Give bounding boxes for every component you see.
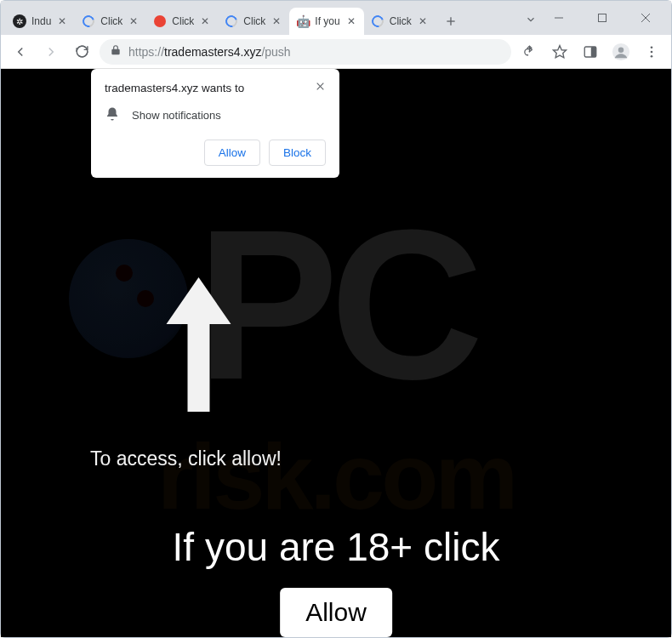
- tab-title: Click: [100, 15, 122, 27]
- tab-1[interactable]: Click ✕: [75, 8, 146, 35]
- svg-point-10: [618, 47, 624, 52]
- arrow-up-icon: [162, 277, 235, 417]
- age-gate-text: If you are 18+ click: [1, 524, 671, 570]
- svg-point-12: [651, 50, 653, 53]
- svg-point-11: [651, 46, 653, 48]
- url-host: trademasters4.xyz: [164, 45, 261, 59]
- minimize-button[interactable]: [539, 5, 578, 31]
- movie-icon: ✲: [13, 14, 26, 28]
- tab-overflow-button[interactable]: [522, 8, 539, 31]
- close-icon[interactable]: ✕: [128, 15, 140, 27]
- recaptcha-icon: [225, 14, 238, 28]
- bell-icon: [105, 106, 120, 124]
- url-path: /push: [261, 45, 290, 59]
- permission-allow-button[interactable]: Allow: [204, 140, 260, 166]
- new-tab-button[interactable]: [439, 9, 463, 33]
- recaptcha-icon: [371, 14, 384, 28]
- close-window-button[interactable]: [626, 5, 664, 31]
- tab-0[interactable]: ✲ Indu ✕: [6, 8, 75, 35]
- address-bar[interactable]: https://trademasters4.xyz/push: [100, 39, 511, 65]
- bookmark-button[interactable]: [547, 39, 572, 65]
- svg-rect-3: [598, 14, 606, 22]
- forward-button[interactable]: [38, 39, 64, 65]
- menu-button[interactable]: [639, 39, 664, 65]
- tab-5[interactable]: Click ✕: [364, 8, 436, 35]
- browser-window: ✲ Indu ✕ Click ✕ Click ✕ Click ✕ 🤖 If yo…: [0, 0, 672, 638]
- toolbar: https://trademasters4.xyz/push: [1, 35, 671, 69]
- side-panel-button[interactable]: [578, 39, 603, 65]
- tab-4-active[interactable]: 🤖 If you ✕: [289, 8, 363, 35]
- url-text: https://trademasters4.xyz/push: [128, 45, 291, 59]
- tab-title: Indu: [31, 15, 51, 27]
- tab-strip: ✲ Indu ✕ Click ✕ Click ✕ Click ✕ 🤖 If yo…: [1, 1, 671, 35]
- window-controls: [539, 1, 671, 35]
- tab-title: Click: [390, 15, 412, 27]
- recaptcha-icon: [82, 14, 95, 28]
- tab-title: If you: [315, 15, 339, 27]
- close-icon[interactable]: ✕: [271, 15, 282, 27]
- back-button[interactable]: [8, 39, 33, 65]
- svg-point-13: [651, 54, 653, 57]
- permission-origin-text: trademasters4.xyz wants to: [105, 82, 244, 94]
- svg-marker-6: [554, 45, 567, 57]
- close-icon[interactable]: ✕: [199, 15, 211, 27]
- page-allow-button[interactable]: Allow: [280, 588, 392, 637]
- red-dot-icon: [153, 14, 167, 28]
- permission-message-text: Show notifications: [132, 109, 221, 122]
- notification-permission-prompt: trademasters4.xyz wants to Show notifica…: [91, 69, 339, 178]
- permission-block-button[interactable]: Block: [269, 140, 326, 166]
- url-scheme: https://: [128, 45, 164, 59]
- tab-title: Click: [243, 15, 265, 27]
- access-instruction-text: To access, click allow!: [90, 447, 282, 470]
- tab-title: Click: [172, 15, 194, 27]
- robot-icon: 🤖: [296, 14, 310, 28]
- close-icon[interactable]: ✕: [345, 15, 357, 27]
- tab-3[interactable]: Click ✕: [218, 8, 289, 35]
- maximize-button[interactable]: [583, 5, 621, 31]
- close-icon[interactable]: [315, 81, 326, 94]
- toolbar-actions: [516, 39, 664, 65]
- page-viewport: PC risk.com To access, click allow! If y…: [1, 69, 671, 637]
- share-button[interactable]: [516, 39, 542, 65]
- tab-2[interactable]: Click ✕: [146, 8, 218, 35]
- svg-rect-8: [591, 47, 596, 57]
- close-icon[interactable]: ✕: [417, 15, 429, 27]
- lock-icon: [110, 44, 122, 59]
- close-icon[interactable]: ✕: [56, 15, 68, 27]
- profile-button[interactable]: [608, 39, 634, 65]
- reload-button[interactable]: [69, 39, 94, 65]
